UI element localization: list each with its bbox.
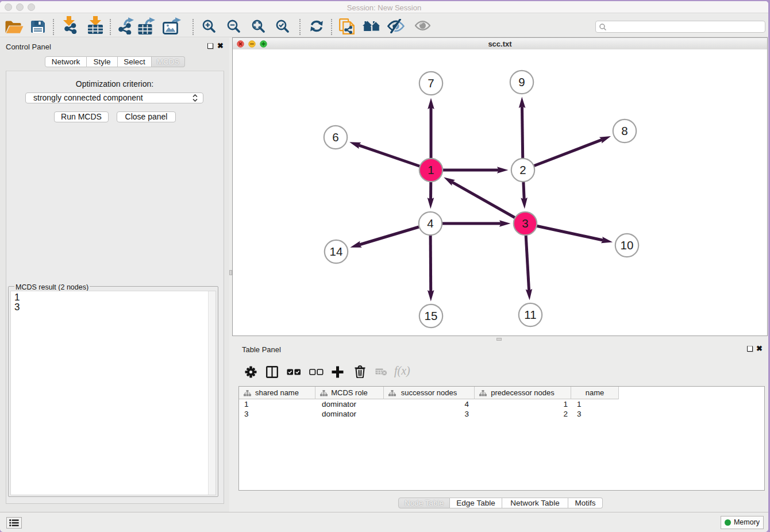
svg-text:8: 8 xyxy=(621,124,627,137)
svg-text:1: 1 xyxy=(428,163,434,176)
svg-text:6: 6 xyxy=(332,130,338,144)
svg-text:14: 14 xyxy=(330,245,343,258)
svg-text:2: 2 xyxy=(519,163,526,176)
svg-text:3: 3 xyxy=(522,217,528,230)
svg-text:10: 10 xyxy=(621,238,634,252)
svg-text:7: 7 xyxy=(428,76,434,90)
svg-text:9: 9 xyxy=(518,75,525,88)
svg-text:15: 15 xyxy=(425,309,438,322)
svg-text:11: 11 xyxy=(524,308,536,321)
svg-text:4: 4 xyxy=(427,217,433,230)
